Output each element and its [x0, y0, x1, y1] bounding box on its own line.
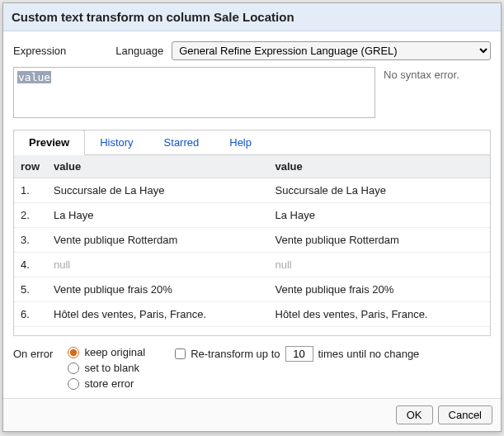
expression-row: value No syntax error. [13, 67, 491, 118]
dialog-body: Expression Language General Refine Expre… [3, 31, 501, 398]
expression-header-row: Expression Language General Refine Expre… [13, 41, 491, 60]
radio-keep-original-label: keep original [84, 346, 145, 358]
radio-keep-original-input[interactable] [68, 347, 79, 358]
expression-textarea[interactable]: value [13, 67, 375, 118]
cell-result: Hôtel des ventes, Paris, France. [269, 302, 491, 327]
dialog-footer: OK Cancel [3, 398, 501, 431]
cell-row-num: 7. [14, 327, 47, 336]
radio-set-blank-label: set to blank [84, 362, 139, 374]
radio-store-error[interactable]: store error [68, 377, 145, 390]
table-row: 3.Vente publique RotterdamVente publique… [14, 228, 490, 253]
language-label: Language [115, 45, 163, 57]
radio-set-blank[interactable]: set to blank [68, 362, 145, 374]
table-row: 5.Vente publique frais 20%Vente publique… [14, 277, 490, 302]
ok-button[interactable]: OK [396, 405, 433, 424]
cell-result: null [269, 253, 491, 277]
col-header-value: value [47, 155, 269, 178]
retransform-group: Re-transform up to times until no change [175, 346, 419, 362]
retransform-checkbox-label[interactable]: Re-transform up to [175, 348, 280, 360]
tab-history[interactable]: History [85, 130, 148, 154]
cell-row-num: 1. [14, 178, 47, 203]
on-error-radio-group: keep original set to blank store error [68, 346, 145, 390]
tab-bar: Preview History Starred Help [14, 130, 490, 155]
dialog-title: Custom text transform on column Sale Loc… [3, 3, 501, 31]
cell-row-num: 6. [14, 302, 47, 327]
tab-preview[interactable]: Preview [13, 130, 85, 155]
table-row: 6.Hôtel des ventes, Paris, France.Hôtel … [14, 302, 490, 327]
cell-result: Vente publique Rotterdam [269, 228, 491, 253]
preview-table-scroll[interactable]: row value value 1.Succursale de La HayeS… [14, 155, 490, 335]
cell-value: La Haye [47, 203, 269, 228]
radio-store-error-label: store error [84, 377, 134, 390]
cell-result: null [269, 327, 491, 336]
col-header-row: row [14, 155, 47, 178]
table-row: 7.nullnull [14, 327, 490, 336]
on-error-row: On error keep original set to blank stor… [13, 336, 491, 398]
cell-result: La Haye [269, 203, 491, 228]
cell-result: Vente publique frais 20% [269, 277, 491, 302]
cell-value: Hôtel des ventes, Paris, France. [47, 302, 269, 327]
cell-value: null [47, 327, 269, 336]
syntax-status: No syntax error. [384, 67, 491, 118]
cancel-button[interactable]: Cancel [438, 405, 492, 424]
cell-row-num: 2. [14, 203, 47, 228]
preview-table: row value value 1.Succursale de La HayeS… [14, 155, 490, 335]
custom-transform-dialog: Custom text transform on column Sale Loc… [2, 2, 502, 432]
cell-value: Vente publique Rotterdam [47, 228, 269, 253]
cell-value: Vente publique frais 20% [47, 277, 269, 302]
tab-help[interactable]: Help [214, 130, 267, 154]
radio-store-error-input[interactable] [68, 378, 79, 390]
language-select[interactable]: General Refine Expression Language (GREL… [172, 41, 491, 60]
table-row: 1.Succursale de La HayeSuccursale de La … [14, 178, 490, 203]
tab-starred[interactable]: Starred [149, 130, 215, 154]
preview-panel: Preview History Starred Help row value v… [13, 130, 491, 336]
retransform-label-post: times until no change [318, 348, 420, 360]
retransform-count-input[interactable] [285, 346, 313, 362]
cell-row-num: 3. [14, 228, 47, 253]
on-error-label: On error [13, 346, 53, 360]
cell-value: Succursale de La Haye [47, 178, 269, 203]
col-header-result: value [269, 155, 491, 178]
retransform-label-pre: Re-transform up to [191, 348, 280, 360]
radio-keep-original[interactable]: keep original [68, 346, 145, 358]
cell-result: Succursale de La Haye [269, 178, 491, 203]
expression-label: Expression [13, 45, 66, 57]
radio-set-blank-input[interactable] [68, 363, 79, 374]
retransform-checkbox[interactable] [175, 348, 186, 359]
cell-row-num: 4. [14, 253, 47, 277]
cell-row-num: 5. [14, 277, 47, 302]
table-row: 2.La HayeLa Haye [14, 203, 490, 228]
table-row: 4.nullnull [14, 253, 490, 277]
cell-value: null [47, 253, 269, 277]
